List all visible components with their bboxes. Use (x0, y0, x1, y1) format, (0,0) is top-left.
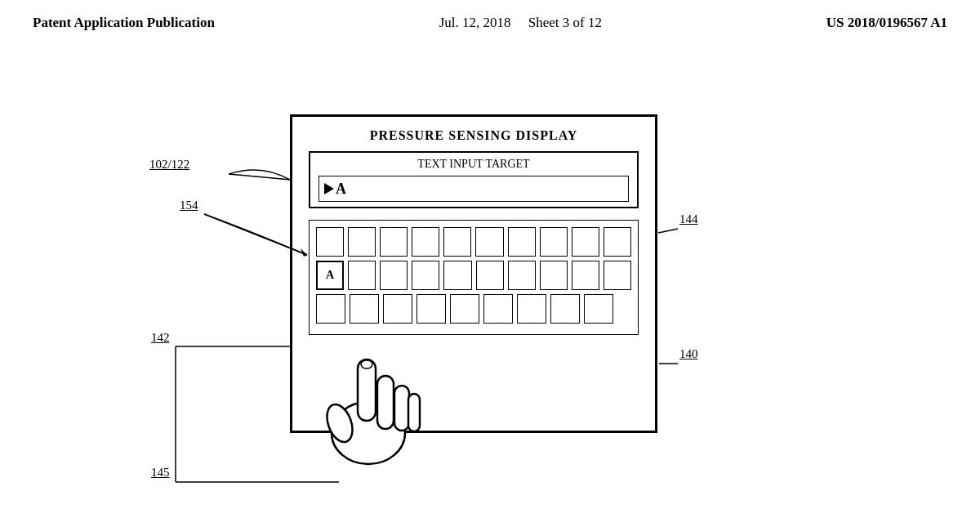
svg-line-10 (658, 229, 678, 233)
screen-label: PRESSURE SENSING DISPLAY (292, 117, 655, 143)
text-input-label: TEXT INPUT TARGET (318, 158, 629, 171)
keyboard-row-2: A (316, 261, 631, 290)
svg-rect-3 (394, 386, 409, 431)
header-right: US 2018/0196567 A1 (826, 15, 947, 31)
keyboard-row-1 (316, 227, 631, 257)
key-2-10[interactable] (604, 261, 631, 290)
ref-142: 142 (151, 331, 170, 345)
key-3-7[interactable] (517, 294, 546, 324)
svg-rect-4 (408, 394, 420, 431)
key-1-5[interactable] (443, 227, 471, 257)
key-3-4[interactable] (416, 294, 446, 324)
key-1-2[interactable] (348, 227, 376, 257)
key-3-1[interactable] (316, 294, 345, 324)
hand-icon (315, 335, 421, 469)
svg-line-7 (229, 174, 291, 180)
text-input-field: A (318, 176, 629, 202)
key-2-2[interactable] (348, 261, 376, 290)
key-2-7[interactable] (508, 261, 536, 290)
key-1-8[interactable] (540, 227, 568, 257)
key-1-1[interactable] (316, 227, 344, 257)
key-1-10[interactable] (604, 227, 631, 257)
cursor-arrow-icon (324, 183, 334, 194)
keyboard-row-3 (316, 294, 631, 324)
header-sheet: Sheet 3 of 12 (528, 15, 602, 30)
key-3-6[interactable] (483, 294, 513, 324)
diagram-area: PRESSURE SENSING DISPLAY TEXT INPUT TARG… (0, 65, 980, 518)
page-header: Patent Application Publication Jul. 12, … (0, 0, 980, 31)
ref-154: 154 (180, 199, 198, 212)
key-2-4[interactable] (412, 261, 439, 290)
ref-144: 144 (679, 212, 698, 226)
key-1-6[interactable] (475, 227, 503, 257)
key-1-9[interactable] (572, 227, 599, 257)
key-1-7[interactable] (508, 227, 536, 257)
key-a[interactable]: A (316, 261, 344, 290)
key-2-6[interactable] (476, 261, 504, 290)
key-2-5[interactable] (443, 261, 471, 290)
svg-rect-2 (377, 376, 394, 429)
key-3-5[interactable] (450, 294, 479, 324)
header-center: Jul. 12, 2018 Sheet 3 of 12 (439, 15, 602, 31)
key-2-8[interactable] (540, 261, 568, 290)
key-2-3[interactable] (380, 261, 408, 290)
svg-point-6 (361, 360, 372, 368)
ref-102-122: 102/122 (149, 158, 189, 172)
header-left: Patent Application Publication (33, 15, 215, 31)
text-input-area: TEXT INPUT TARGET A (309, 151, 639, 208)
key-3-3[interactable] (383, 294, 412, 324)
key-3-2[interactable] (350, 294, 379, 324)
cursor-char: A (336, 181, 346, 198)
ref-140: 140 (679, 347, 698, 361)
key-3-9[interactable] (584, 294, 613, 324)
key-2-9[interactable] (572, 261, 599, 290)
key-1-4[interactable] (412, 227, 439, 257)
key-1-3[interactable] (380, 227, 408, 257)
header-date: Jul. 12, 2018 (439, 15, 511, 30)
keyboard-area: A (309, 220, 639, 335)
key-3-8[interactable] (550, 294, 580, 324)
ref-145: 145 (151, 466, 170, 480)
